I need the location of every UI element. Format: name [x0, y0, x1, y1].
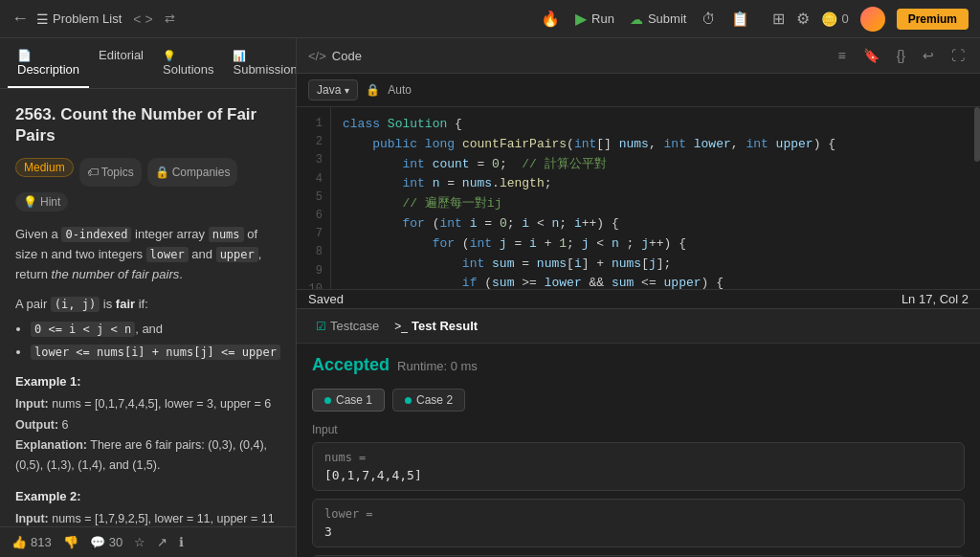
- terminal-icon: >_: [394, 320, 408, 333]
- main-content: 📄 Description Editorial 💡 Solutions 📊 Su…: [0, 38, 980, 557]
- info-button[interactable]: ℹ: [179, 535, 184, 549]
- info-icon: ℹ: [179, 535, 184, 549]
- code-lines: 1 2 3 4 5 6 7 8 9 10 11 class Solution {…: [297, 107, 980, 289]
- tab-solutions[interactable]: 💡 Solutions: [153, 38, 223, 88]
- tab-editorial-label: Editorial: [99, 48, 144, 62]
- problem-list-link[interactable]: ☰ Problem List: [36, 11, 122, 27]
- problem-title: 2563. Count the Number of Fair Pairs: [15, 104, 280, 146]
- fullscreen-button[interactable]: ⛶: [947, 46, 969, 65]
- bookmark-button[interactable]: 🔖: [859, 46, 883, 65]
- code-line-7: for (int i = 0; i < n; i++) {: [343, 214, 969, 234]
- tab-editorial[interactable]: Editorial: [89, 38, 153, 88]
- list-icon: ☰: [36, 11, 49, 27]
- right-panel: </> Code ≡ 🔖 {} ↩ ⛶ Java ▾ 🔒 Auto: [297, 38, 980, 557]
- case-1-tab[interactable]: Case 1: [312, 389, 385, 412]
- braces-button[interactable]: {}: [893, 46, 909, 65]
- code-line-10: if (sum >= lower && sum <= upper) {: [343, 274, 969, 289]
- language-label: Java: [317, 83, 341, 97]
- code-line-1: class Solution {: [343, 115, 969, 135]
- list-view-button[interactable]: ≡: [834, 46, 849, 65]
- dislike-button[interactable]: 👎: [63, 535, 78, 549]
- saved-status: Saved: [308, 292, 344, 306]
- lock-icon: 🔒: [366, 83, 380, 97]
- star-button[interactable]: ☆: [134, 535, 145, 549]
- language-selector[interactable]: Java ▾: [308, 79, 358, 100]
- comment-icon: 💬: [90, 535, 105, 549]
- auto-label: Auto: [388, 83, 412, 97]
- tag-companies[interactable]: 🔒 Companies: [147, 158, 238, 187]
- cloud-icon: ☁: [630, 11, 643, 27]
- code-line-2: public long countFairPairs(int[] nums, i…: [343, 135, 969, 155]
- timer-icon[interactable]: ⏱: [702, 11, 716, 27]
- nums-label: nums =: [324, 451, 952, 464]
- tab-submissions[interactable]: 📊 Submissions: [223, 38, 297, 88]
- case-2-dot: [405, 397, 412, 404]
- back-icon[interactable]: ←: [11, 9, 29, 29]
- nums-input: nums = [0,1,7,4,4,5]: [312, 442, 965, 491]
- tag-topics[interactable]: 🏷 Topics: [79, 158, 142, 187]
- code-line-3: int count = 0; // 計算公平對: [343, 155, 969, 175]
- code-editor[interactable]: 1 2 3 4 5 6 7 8 9 10 11 class Solution {…: [297, 107, 980, 289]
- cursor-position: Ln 17, Col 2: [902, 292, 969, 306]
- checkbox-icon: ☑: [316, 320, 326, 333]
- scrollbar-thumb[interactable]: [974, 107, 980, 162]
- play-icon: ▶: [575, 10, 587, 28]
- case-tabs: Case 1 Case 2: [312, 389, 965, 412]
- case-1-label: Case 1: [336, 393, 372, 407]
- example-1: Example 1: Input: nums = [0,1,7,4,4,5], …: [15, 374, 280, 476]
- runtime-text: Runtime: 0 ms: [397, 359, 478, 373]
- status-bar: Saved Ln 17, Col 2: [297, 289, 980, 308]
- tab-test-result[interactable]: >_ Test Result: [387, 315, 485, 337]
- avatar[interactable]: [860, 7, 885, 32]
- bottom-toolbar: 👍 813 👎 💬 30 ☆ ↗ ℹ: [0, 526, 296, 557]
- like-button[interactable]: 👍 813: [11, 535, 52, 549]
- run-button[interactable]: ▶ Run: [575, 10, 614, 28]
- line-numbers: 1 2 3 4 5 6 7 8 9 10 11: [297, 107, 331, 289]
- result-row: Accepted Runtime: 0 ms: [312, 355, 965, 379]
- submissions-icon: 📊: [233, 50, 246, 61]
- problem-description: Given a 0-indexed integer array nums of …: [15, 225, 280, 284]
- code-line-8: for (int j = i + 1; j < n ; j++) {: [343, 234, 969, 255]
- left-panel: 📄 Description Editorial 💡 Solutions 📊 Su…: [0, 38, 297, 557]
- note-icon[interactable]: 📋: [731, 11, 749, 28]
- case-2-label: Case 2: [416, 393, 453, 407]
- tab-submissions-label: Submissions: [233, 62, 297, 77]
- premium-button[interactable]: Premium: [897, 9, 969, 30]
- tab-description-label: Description: [17, 62, 79, 77]
- test-header: ☑ Testcase >_ Test Result: [297, 309, 980, 344]
- grid-icon[interactable]: ⊞: [772, 10, 785, 28]
- code-toolbar: ≡ 🔖 {} ↩ ⛶: [834, 46, 969, 65]
- code-title-label: Code: [332, 49, 362, 63]
- tab-testcase[interactable]: ☑ Testcase: [308, 315, 387, 337]
- chevron-down-icon: ▾: [345, 85, 349, 96]
- nums-value: [0,1,7,4,4,5]: [324, 468, 952, 482]
- difficulty-badge[interactable]: Medium: [15, 158, 74, 177]
- prev-problem-icon[interactable]: <: [133, 11, 141, 27]
- problem-content: 2563. Count the Number of Fair Pairs Med…: [0, 89, 296, 526]
- code-subheader: Java ▾ 🔒 Auto: [297, 74, 980, 107]
- tab-description[interactable]: 📄 Description: [8, 38, 89, 88]
- code-header: </> Code ≡ 🔖 {} ↩ ⛶: [297, 38, 980, 74]
- tag-icon: 🏷: [87, 166, 99, 179]
- code-title: </> Code: [308, 49, 362, 63]
- tag-hint[interactable]: 💡 Hint: [15, 192, 68, 212]
- like-count: 813: [31, 535, 52, 549]
- thumbs-up-icon: 👍: [11, 535, 27, 549]
- gear-icon[interactable]: ⚙: [796, 10, 810, 28]
- undo-button[interactable]: ↩: [919, 46, 938, 65]
- share-button[interactable]: ↗: [157, 535, 167, 549]
- description-icon: 📄: [17, 49, 32, 62]
- case-2-tab[interactable]: Case 2: [392, 389, 465, 412]
- comment-button[interactable]: 💬 30: [90, 535, 122, 549]
- input-section: Input nums = [0,1,7,4,4,5] lower = 3: [312, 423, 965, 557]
- star-icon: ☆: [134, 535, 145, 549]
- code-line-6: // 遍歷每一對ij: [343, 194, 969, 214]
- accepted-badge: Accepted: [312, 355, 390, 375]
- next-problem-icon[interactable]: >: [145, 11, 152, 27]
- companies-icon: 🔒: [155, 166, 169, 179]
- example-2: Example 2: Input: nums = [1,7,9,2,5], lo…: [15, 489, 280, 526]
- code-text[interactable]: class Solution { public long countFairPa…: [331, 107, 980, 289]
- shuffle-icon[interactable]: ⇄: [165, 11, 175, 26]
- submit-button[interactable]: ☁ Submit: [630, 11, 686, 27]
- scrollbar-track[interactable]: [972, 107, 980, 289]
